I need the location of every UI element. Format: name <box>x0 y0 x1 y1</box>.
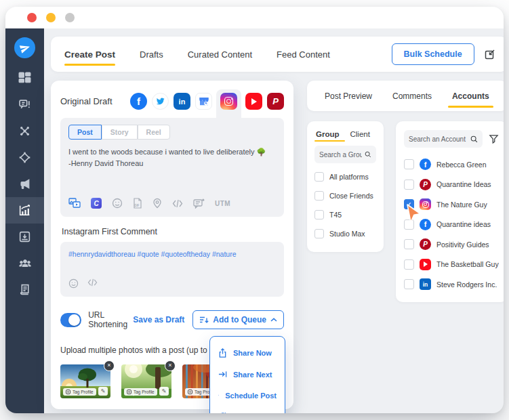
code-icon[interactable] <box>172 199 183 208</box>
tab-create-post[interactable]: Create Post <box>64 49 115 60</box>
group-label: Close Friends <box>329 192 373 200</box>
checkbox[interactable]: ✓ <box>314 191 324 201</box>
code-icon[interactable] <box>87 278 98 289</box>
instagram-tag-icon <box>127 390 131 394</box>
tab-post[interactable]: Post <box>68 125 102 140</box>
photo-thumbnail-sunset-tree[interactable]: × Tag Profile ✎ <box>60 364 110 398</box>
google-business-icon[interactable] <box>195 93 212 110</box>
url-shortening-toggle[interactable] <box>60 313 81 327</box>
post-editor[interactable]: Post Story Reel I went to the woods beca… <box>60 118 284 217</box>
tab-feed-content[interactable]: Feed Content <box>277 49 330 60</box>
gif-icon[interactable]: GIF <box>133 198 142 209</box>
tag-profile-button[interactable]: Tag Profile <box>124 388 157 396</box>
first-comment-editor[interactable]: #hennrydavidthoreau #quote #quoteoftheda… <box>60 242 284 297</box>
account-row[interactable]: ✓ in Steve Rodgers Inc. <box>404 275 499 293</box>
checkbox[interactable]: ✓ <box>404 259 414 270</box>
filter-icon[interactable] <box>489 134 499 144</box>
remove-photo-icon[interactable]: × <box>104 360 115 371</box>
menu-item-share-now[interactable]: Share Now <box>210 342 285 364</box>
post-text[interactable]: I went to the woods because i wanted to … <box>68 146 276 188</box>
account-search[interactable] <box>404 130 483 148</box>
compose-icon[interactable] <box>484 48 496 60</box>
facebook-icon[interactable]: f <box>130 93 147 110</box>
linkedin-icon[interactable]: in <box>174 93 190 110</box>
account-name: Quarantine Ideas <box>436 180 491 188</box>
tag-profile-button[interactable]: Tag Profile <box>63 388 96 396</box>
checkbox[interactable]: ✓ <box>404 239 414 249</box>
account-row[interactable]: ✓ The Basketball Guy <box>404 255 499 274</box>
minimize-window-button[interactable] <box>46 13 56 22</box>
edit-photo-icon[interactable]: ✎ <box>98 387 108 396</box>
account-row[interactable]: ✓ P Quarantine Ideas <box>404 175 499 194</box>
group-row[interactable]: ✓ All platforms <box>314 172 376 182</box>
tab-curated-content[interactable]: Curated Content <box>188 49 252 60</box>
tab-group[interactable]: Group <box>316 130 340 138</box>
queue-icon <box>199 316 209 324</box>
bulk-schedule-button[interactable]: Bulk Schedule <box>392 43 474 65</box>
instagram-icon[interactable] <box>220 93 237 110</box>
tab-reel[interactable]: Reel <box>138 125 170 140</box>
close-window-button[interactable] <box>27 13 37 22</box>
remove-photo-icon[interactable]: × <box>165 360 176 371</box>
account-search-input[interactable] <box>409 135 468 143</box>
twitter-icon[interactable] <box>152 93 169 110</box>
comment-icon[interactable] <box>193 198 205 209</box>
account-name: The Nature Guy <box>436 201 487 209</box>
search-icon <box>470 135 478 144</box>
account-name: The Basketball Guy <box>436 260 499 268</box>
checkbox[interactable]: ✓ <box>404 180 414 190</box>
sidebar-item-posts[interactable] <box>5 91 44 118</box>
menu-item-repeat-post[interactable]: Repet Post <box>210 406 285 413</box>
group-row[interactable]: ✓ Studio Max <box>314 229 376 238</box>
app-logo-paper-plane-icon[interactable] <box>14 37 35 58</box>
tab-drafts[interactable]: Drafts <box>140 49 163 60</box>
tab-comments[interactable]: Comments <box>392 81 432 111</box>
checkbox[interactable]: ✓ <box>314 210 324 219</box>
sidebar-item-analytics[interactable] <box>5 197 44 224</box>
sidebar-item-dashboard[interactable] <box>5 65 44 91</box>
group-search[interactable] <box>314 146 376 163</box>
pinterest-icon[interactable]: P <box>267 93 284 110</box>
search-icon <box>365 150 371 159</box>
tab-client[interactable]: Client <box>350 130 370 138</box>
share-icon <box>218 348 227 358</box>
utm-icon[interactable]: UTM <box>215 200 230 207</box>
checkbox[interactable]: ✓ <box>404 159 414 169</box>
location-icon[interactable] <box>152 198 162 209</box>
youtube-icon[interactable] <box>245 93 262 110</box>
sidebar-item-connections[interactable] <box>5 118 44 144</box>
sidebar-item-team[interactable] <box>5 250 44 276</box>
tab-post-preview[interactable]: Post Preview <box>325 81 372 111</box>
checkbox[interactable]: ✓ <box>404 279 414 289</box>
sidebar-item-inbox[interactable] <box>5 224 44 250</box>
checkbox[interactable]: ✓ <box>314 229 324 238</box>
tab-accounts[interactable]: Accounts <box>452 81 489 111</box>
tab-story[interactable]: Story <box>102 125 138 140</box>
group-search-input[interactable] <box>319 151 362 159</box>
account-row[interactable]: ✓ P Positivity Guides <box>404 235 499 253</box>
emoji-icon[interactable] <box>112 198 123 209</box>
save-as-draft-link[interactable]: Save as Draft <box>133 315 184 324</box>
calendar-icon <box>218 391 219 400</box>
add-media-icon[interactable] <box>68 198 81 209</box>
checkbox[interactable]: ✓ <box>314 172 324 182</box>
sidebar-item-promote[interactable] <box>5 171 44 197</box>
sidebar-item-campaigns[interactable] <box>5 144 44 171</box>
emoji-icon[interactable] <box>68 278 79 289</box>
group-row[interactable]: ✓ Close Friends <box>314 191 376 201</box>
sidebar-item-reports[interactable] <box>5 276 44 303</box>
group-label: Studio Max <box>329 230 365 238</box>
linkedin-icon: in <box>420 278 431 290</box>
edit-photo-icon[interactable]: ✎ <box>159 387 169 396</box>
canva-icon[interactable]: C <box>91 198 102 209</box>
repeat-icon <box>218 412 227 413</box>
account-row[interactable]: ✓ f Rebecca Green <box>404 155 499 173</box>
maximize-window-button[interactable] <box>65 13 75 22</box>
photo-thumbnail-meadow[interactable]: × Tag Profile ✎ <box>121 364 171 398</box>
menu-item-schedule-post[interactable]: Schedule Post <box>210 385 285 406</box>
add-to-queue-button[interactable]: Add to Queue <box>192 310 284 329</box>
first-comment-hashtags[interactable]: #hennrydavidthoreau #quote #quoteoftheda… <box>68 250 276 258</box>
account-name: Steve Rodgers Inc. <box>436 280 497 289</box>
menu-item-share-next[interactable]: Share Next <box>210 364 285 385</box>
group-row[interactable]: ✓ T45 <box>314 210 376 219</box>
